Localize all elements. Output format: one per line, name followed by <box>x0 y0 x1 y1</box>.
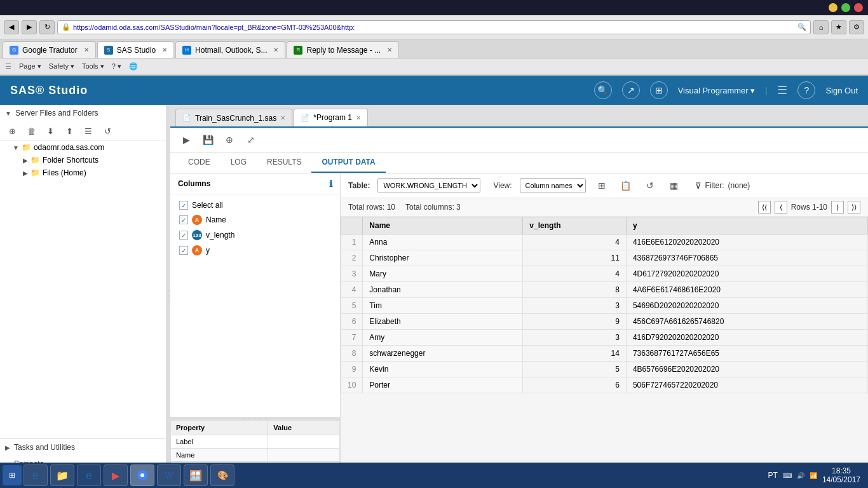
sub-tab-results[interactable]: RESULTS <box>257 152 311 173</box>
taskbar-app-ie2[interactable]: e <box>77 464 101 486</box>
cell-name: Mary <box>363 266 523 282</box>
bookmark-button[interactable]: ★ <box>831 20 846 34</box>
back-button[interactable]: ◀ <box>4 20 19 34</box>
tab-program-close[interactable]: ✕ <box>356 114 361 121</box>
vlength-checkbox[interactable] <box>179 231 188 240</box>
editor-tab-program[interactable]: 📄 *Program 1 ✕ <box>294 109 368 126</box>
refresh-button[interactable]: ↻ <box>39 20 55 34</box>
close-button[interactable] <box>854 3 863 12</box>
search-header-button[interactable]: 🔍 <box>594 81 612 99</box>
tab-close-hotmail[interactable]: ✕ <box>273 46 278 53</box>
table-view-btn[interactable]: ▦ <box>666 177 682 194</box>
next-page-btn[interactable]: ⟩ <box>831 201 844 214</box>
menu-extra[interactable]: 🌐 <box>129 62 138 71</box>
tab-hotmail[interactable]: H Hotmail, Outlook, S... ✕ <box>175 41 285 58</box>
delete-button[interactable]: 🗑 <box>24 124 38 138</box>
address-bar[interactable]: 🔒 https://odamid.oda.sas.com/SASStudio/m… <box>57 20 811 34</box>
maximize-button[interactable] <box>841 3 850 12</box>
sidebar-item-root[interactable]: ▼ 📁 odaomr.oda.sas.com <box>0 141 166 154</box>
property-row: Label <box>171 435 340 449</box>
run-button[interactable]: ▶ <box>178 132 194 148</box>
sidebar-item-tasks[interactable]: ▶ Tasks and Utilities <box>0 439 166 456</box>
cell-name: Porter <box>363 377 523 393</box>
sidebar-item-folder-shortcuts[interactable]: ▶ 📁 Folder Shortcuts <box>0 154 166 166</box>
tab-close-sas[interactable]: ✕ <box>162 46 167 53</box>
help-header-button[interactable]: ? <box>797 81 815 99</box>
column-item-name[interactable]: A Name <box>175 212 335 227</box>
refresh-sidebar-button[interactable]: ↺ <box>100 124 114 138</box>
tab-close-google[interactable]: ✕ <box>84 46 89 53</box>
taskbar-app-paint[interactable]: 🎨 <box>210 464 234 486</box>
taskbar-app-media[interactable]: ▶ <box>104 464 128 486</box>
start-button[interactable]: ⊞ <box>3 465 22 485</box>
menu-tools[interactable]: Tools ▾ <box>82 62 104 71</box>
table-options-btn1[interactable]: ⊞ <box>593 177 610 194</box>
first-page-btn[interactable]: ⟨⟨ <box>758 201 771 214</box>
pagination: ⟨⟨ ⟨ Rows 1-10 ⟩ ⟩⟩ <box>758 201 860 214</box>
taskbar-app-word[interactable]: W <box>157 464 181 486</box>
table-area: Table: WORK.WRONG_LENGTH View: Column na… <box>341 173 868 488</box>
browser-toolbar: ◀ ▶ ↻ 🔒 https://odamid.oda.sas.com/SASSt… <box>0 15 868 39</box>
sub-tab-code[interactable]: CODE <box>178 152 220 173</box>
menu-page[interactable]: Page ▾ <box>19 62 41 71</box>
col-header-name[interactable]: Name <box>363 217 523 234</box>
table-select[interactable]: WORK.WRONG_LENGTH <box>377 178 480 193</box>
tab-sas-studio[interactable]: S SAS Studio ✕ <box>97 41 174 58</box>
row-number: 4 <box>341 282 363 298</box>
upload-button[interactable]: ⬆ <box>62 124 76 138</box>
taskbar-app-files[interactable]: 📁 <box>50 464 74 486</box>
column-item-y[interactable]: A y <box>175 243 335 258</box>
columns-list: Select all A Name 123 v_length <box>170 194 340 417</box>
y-type-icon: A <box>192 245 202 255</box>
download-button[interactable]: ⬇ <box>43 124 57 138</box>
view-select[interactable]: Column names <box>520 178 586 193</box>
share-header-button[interactable]: ↗ <box>622 81 640 99</box>
menu-help[interactable]: ? ▾ <box>112 62 121 71</box>
cell-name: schwarzenegger <box>363 346 523 362</box>
cell-y: 4368726973746F706865 <box>626 250 867 266</box>
settings-button[interactable]: ⚙ <box>849 20 864 34</box>
tab-close-reply[interactable]: ✕ <box>387 46 392 53</box>
col-header-vlength[interactable]: v_length <box>523 217 627 234</box>
taskbar-app-ie[interactable]: e <box>24 464 48 486</box>
taskbar-app-chrome[interactable] <box>130 464 154 486</box>
fullscreen-button[interactable]: ⤢ <box>243 132 259 148</box>
col-header-y[interactable]: y <box>626 217 867 234</box>
sub-tab-log[interactable]: LOG <box>220 152 257 173</box>
sidebar-item-files-home[interactable]: ▶ 📁 Files (Home) <box>0 166 166 179</box>
home-button[interactable]: ⌂ <box>813 20 829 34</box>
grid-header-button[interactable]: ⊞ <box>650 81 668 99</box>
new-tab-button[interactable]: ⊕ <box>221 132 238 148</box>
sidebar-server-label: Server Files and Folders <box>15 109 98 118</box>
last-page-btn[interactable]: ⟩⟩ <box>848 201 860 214</box>
taskbar-app-win7[interactable]: 🪟 <box>184 464 208 486</box>
menu-safety[interactable]: Safety ▾ <box>49 62 74 71</box>
sidebar-server-files[interactable]: ▼ Server Files and Folders <box>0 105 166 121</box>
select-all-checkbox[interactable] <box>179 201 188 210</box>
save-button[interactable]: 💾 <box>200 132 216 148</box>
editor-tab-train[interactable]: 📄 Train_SasCrunch_1.sas ✕ <box>175 109 292 126</box>
prev-page-btn[interactable]: ⟨ <box>775 201 787 214</box>
cell-vlength: 8 <box>523 282 627 298</box>
tab-google-tradutor[interactable]: G Google Tradutor ✕ <box>3 41 96 58</box>
sign-out-button[interactable]: Sign Out <box>825 86 858 95</box>
column-item-vlength[interactable]: 123 v_length <box>175 227 335 243</box>
data-table-wrapper[interactable]: Name v_length y 1 Anna 4 416E6E612020202… <box>341 217 868 481</box>
forward-button[interactable]: ▶ <box>22 20 37 34</box>
name-checkbox[interactable] <box>179 215 188 224</box>
table-options-btn2[interactable]: 📋 <box>618 177 634 194</box>
columns-select-all-row[interactable]: Select all <box>175 198 335 212</box>
tab-reply-message[interactable]: R Reply to Message - ... ✕ <box>287 41 399 58</box>
columns-info-icon[interactable]: ℹ <box>329 179 332 189</box>
row-number: 1 <box>341 234 363 250</box>
y-checkbox[interactable] <box>179 246 188 255</box>
list-view-button[interactable]: ☰ <box>81 124 95 138</box>
total-cols-label: Total columns: 3 <box>405 203 461 212</box>
minimize-button[interactable] <box>829 3 837 12</box>
table-refresh-btn[interactable]: ↺ <box>642 177 658 194</box>
sub-tab-output-data[interactable]: OUTPUT DATA <box>311 152 385 173</box>
new-file-button[interactable]: ⊕ <box>5 124 19 138</box>
visual-programmer-button[interactable]: Visual Programmer ▾ <box>678 86 756 95</box>
tab-train-close[interactable]: ✕ <box>280 114 285 121</box>
root-folder-icon: 📁 <box>22 143 31 152</box>
